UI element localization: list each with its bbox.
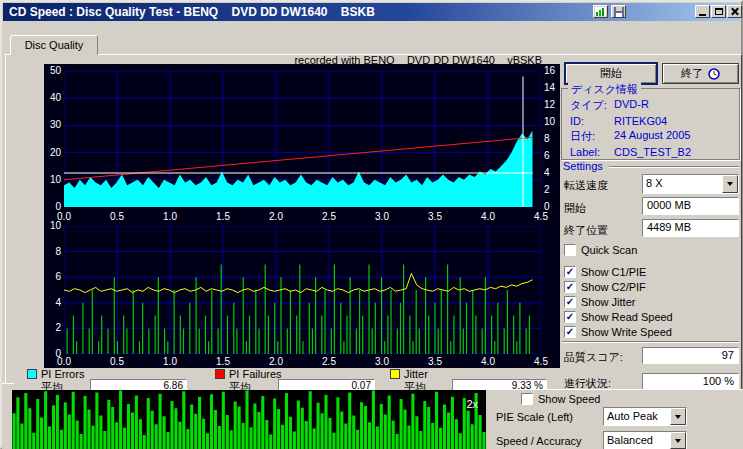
checkbox-box[interactable]: ✓ (564, 281, 576, 293)
y-axis-tick: 4 (55, 298, 61, 308)
speed-y-axis: 1614121086420 (544, 66, 559, 212)
speed-histogram-bars (14, 391, 484, 449)
checkbox-show-c1-pie[interactable]: ✓Show C1/PIE (564, 265, 673, 278)
speed-accuracy-dropdown-button[interactable] (670, 432, 686, 449)
pi-failures-chart (64, 226, 541, 354)
clock-icon (708, 68, 720, 80)
checkbox-box[interactable]: ✓ (564, 296, 576, 308)
disc-type-value: DVD-R (614, 98, 649, 113)
disc-label-value: CDS_TEST_B2 (614, 146, 691, 158)
chart-icon (595, 7, 606, 16)
start-button[interactable]: 開始 (565, 63, 657, 84)
checkbox-box[interactable]: ✓ (564, 311, 576, 323)
settings-section-title: Settings (563, 160, 603, 172)
checkbox-label: Show Jitter (581, 296, 635, 308)
app-window: CD Speed : Disc Quality Test - BENQ DVD … (0, 0, 743, 449)
overlay-settings-panel: Show Speed PIE Scale (Left) Auto Peak Sp… (486, 389, 743, 449)
checkbox-quick-scan[interactable]: Quick Scan (564, 243, 673, 256)
progress-value: 100 % (703, 375, 734, 387)
jitter-line (64, 273, 533, 292)
pie-scale-dropdown-button[interactable] (670, 408, 686, 425)
y-axis-tick: 8 (55, 247, 61, 257)
x-axis-tick: 2.0 (264, 211, 288, 222)
y-axis-right-tick: 4 (544, 168, 550, 178)
tab-label: Disc Quality (25, 39, 84, 51)
x-axis-tick: 2.5 (317, 211, 341, 222)
title-bar[interactable]: CD Speed : Disc Quality Test - BENQ DVD … (3, 3, 740, 21)
start-position-label: 開始 (564, 201, 586, 216)
close-button[interactable] (727, 5, 742, 18)
maximize-button[interactable] (711, 5, 726, 18)
legend-pi-failures: PI Failures (215, 368, 282, 380)
x-axis-tick: 3.5 (423, 356, 447, 367)
chart-icon-button[interactable] (593, 5, 608, 18)
legend-label: Jitter (404, 368, 428, 380)
tab-disc-quality[interactable]: Disc Quality (10, 35, 98, 55)
pie-scale-combobox[interactable]: Auto Peak (603, 407, 687, 426)
speed-marker: 2x (466, 398, 478, 410)
speed-accuracy-combobox[interactable]: Balanced (603, 431, 687, 449)
progress-field: 100 % (642, 373, 739, 390)
quality-score-label: 品質スコア: (564, 350, 623, 365)
minimize-button[interactable] (695, 5, 710, 18)
speed-accuracy-label: Speed / Accuracy (496, 435, 582, 447)
checkbox-box[interactable]: ✓ (564, 326, 576, 338)
pi-errors-y-axis: 50403020100 (44, 66, 61, 212)
disc-date-value: 24 August 2005 (614, 129, 690, 144)
settings-divider (609, 166, 739, 168)
pi-errors-swatch (27, 369, 37, 379)
settings-checkbox-list: Quick Scan✓Show C1/PIE✓Show C2/PIF✓Show … (564, 243, 673, 340)
y-axis-right-tick: 10 (544, 117, 555, 127)
pi-failures-swatch (215, 369, 225, 379)
y-axis-right-tick: 12 (544, 100, 555, 110)
checkbox-show-c2-pif[interactable]: ✓Show C2/PIF (564, 280, 673, 293)
disc-date-label: 日付: (570, 129, 614, 144)
start-position-field[interactable]: 0000 MB (642, 197, 739, 215)
exit-button[interactable]: 終了 (662, 63, 739, 84)
chevron-down-icon (675, 415, 681, 419)
x-axis-tick: 1.5 (211, 211, 235, 222)
checkbox-box[interactable] (564, 244, 576, 256)
checkbox-show-write-speed[interactable]: ✓Show Write Speed (564, 325, 673, 338)
start-button-label: 開始 (600, 66, 622, 81)
x-axis-tick: 4.5 (529, 211, 553, 222)
disk-icon (614, 7, 624, 17)
disc-info-group: ディスク情報 タイプ: DVD-R ID: RITEKG04 日付: 24 Au… (561, 88, 740, 160)
checkbox-label: Quick Scan (581, 244, 637, 256)
x-axis-tick: 4.0 (476, 356, 500, 367)
checkbox-box[interactable] (521, 393, 533, 405)
x-axis-tick: 3.5 (423, 211, 447, 222)
x-axis-tick: 3.0 (370, 356, 394, 367)
disc-id-value: RITEKG04 (614, 115, 667, 127)
pi-errors-area (64, 131, 533, 207)
quality-score-field: 97 (642, 347, 739, 364)
quality-score-value: 97 (722, 349, 734, 361)
checkbox-box[interactable]: ✓ (564, 266, 576, 278)
x-axis-tick: 1.0 (158, 211, 182, 222)
transfer-speed-value: 8 X (643, 175, 722, 193)
checkbox-show-jitter[interactable]: ✓Show Jitter (564, 295, 673, 308)
transfer-speed-dropdown-button[interactable] (722, 175, 738, 193)
end-position-value: 4489 MB (647, 221, 691, 233)
pie-scale-label: PIE Scale (Left) (496, 411, 573, 423)
speed-accuracy-value: Balanced (604, 432, 670, 449)
chart-header: recorded with BENQ DVD DD DW1640 vBSKB (232, 54, 542, 66)
transfer-speed-combobox[interactable]: 8 X (642, 174, 739, 194)
y-axis-right-tick: 2 (544, 185, 550, 195)
transfer-speed-label: 転送速度 (564, 178, 608, 193)
legend-label: PI Errors (41, 368, 84, 380)
x-axis-tick: 4.0 (476, 211, 500, 222)
disc-type-row: タイプ: DVD-R (562, 97, 739, 114)
checkbox-label: Show C1/PIE (581, 266, 646, 278)
y-axis-tick: 30 (50, 120, 61, 130)
disk-icon-button[interactable] (611, 5, 626, 18)
y-axis-tick: 20 (50, 148, 61, 158)
x-axis-tick: 0.0 (52, 211, 76, 222)
end-position-field[interactable]: 4489 MB (642, 219, 739, 237)
chevron-down-icon (727, 182, 733, 186)
checkbox-show-speed[interactable]: Show Speed (521, 392, 600, 405)
checkbox-show-read-speed[interactable]: ✓Show Read Speed (564, 310, 673, 323)
legend-pi-errors: PI Errors (27, 368, 84, 380)
x-axis-tick: 1.0 (158, 356, 182, 367)
y-axis-tick: 6 (55, 272, 61, 282)
